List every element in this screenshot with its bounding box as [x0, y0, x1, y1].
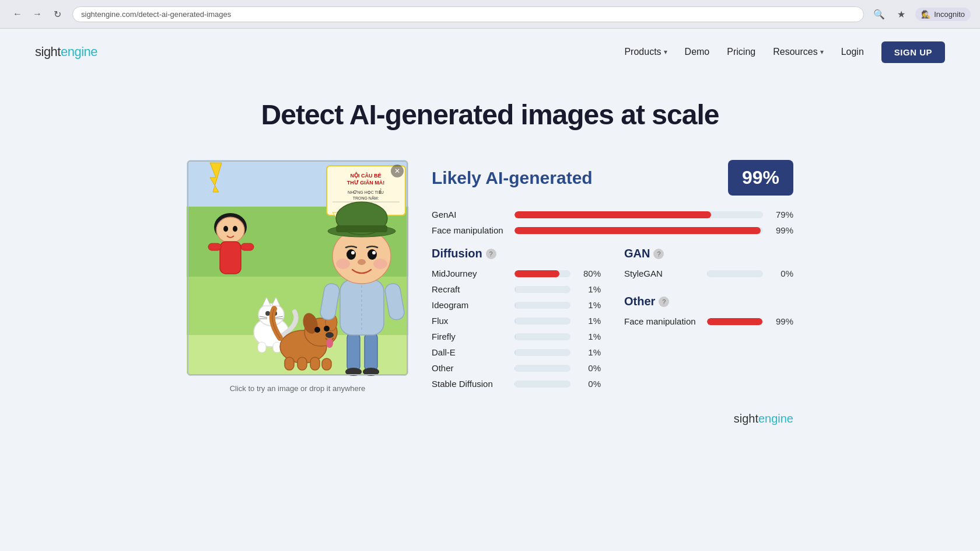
results-logo: sightengine: [734, 412, 793, 426]
top-metrics: GenAI 79% Face manipulation 99%: [432, 210, 793, 235]
metric-bar-wrap-face-manip: [514, 227, 763, 234]
svg-rect-50: [340, 280, 384, 335]
mbw-sd: [514, 381, 570, 388]
metric-row-flux: Flux 1%: [432, 316, 601, 326]
mb-other-diff: [514, 365, 515, 372]
mbw-face-manip2: [707, 318, 763, 325]
metric-row-firefly: Firefly 1%: [432, 332, 601, 341]
resources-caret: ▾: [820, 48, 824, 56]
mbw-stylegan: [707, 270, 763, 277]
svg-rect-19: [208, 243, 221, 250]
incognito-label: Incognito: [934, 10, 965, 19]
metric-pct-genai: 79%: [770, 210, 793, 219]
svg-point-17: [233, 226, 237, 232]
nav-links: Products ▾ Demo Pricing Resources ▾ Logi…: [624, 41, 945, 63]
logo[interactable]: sightengine: [35, 44, 97, 60]
other-title: Other ?: [624, 295, 793, 308]
ml-midjourney: MidJourney: [432, 268, 508, 278]
mb-flux: [514, 318, 516, 325]
gan-help-icon[interactable]: ?: [653, 249, 664, 259]
address-bar[interactable]: sightengine.com/detect-ai-generated-imag…: [72, 6, 864, 22]
metric-bar-genai: [514, 211, 711, 218]
results-footer: sightengine: [432, 412, 793, 426]
nav-demo[interactable]: Demo: [685, 47, 710, 57]
svg-rect-20: [241, 243, 254, 250]
mb-recraft: [514, 286, 516, 293]
svg-rect-42: [285, 357, 294, 370]
nav-pricing[interactable]: Pricing: [727, 47, 755, 57]
metric-row-recraft: Recraft 1%: [432, 284, 601, 294]
image-caption[interactable]: Click to try an image or drop it anywher…: [230, 384, 366, 393]
forward-button[interactable]: →: [29, 6, 46, 22]
svg-point-65: [373, 259, 387, 269]
mbw-flux: [514, 318, 570, 325]
mp-ideogram: 1%: [578, 300, 601, 310]
svg-point-63: [358, 259, 366, 265]
mp-midjourney: 80%: [578, 268, 601, 278]
other-help-icon[interactable]: ?: [659, 297, 669, 307]
url-text: sightengine.com/detect-ai-generated-imag…: [81, 10, 231, 19]
ml-stylegan: StyleGAN: [624, 268, 700, 278]
search-icon[interactable]: 🔍: [871, 6, 887, 22]
result-header: Likely AI-generated 99%: [432, 160, 793, 196]
page: sightengine Products ▾ Demo Pricing Reso…: [0, 29, 980, 542]
svg-point-64: [336, 259, 350, 269]
login-link[interactable]: Login: [841, 47, 864, 57]
metric-row-face-manip2: Face manipulation 99%: [624, 316, 793, 326]
metric-row-midjourney: MidJourney 80%: [432, 268, 601, 278]
svg-rect-18: [220, 242, 241, 274]
mbw-firefly: [514, 333, 570, 340]
nav-resources[interactable]: Resources ▾: [773, 47, 823, 57]
metric-bar-face-manip: [514, 227, 761, 234]
mb-ideogram: [514, 302, 516, 309]
back-button[interactable]: ←: [9, 6, 26, 22]
image-panel: ✕ NỘI: [187, 160, 408, 393]
mp-flux: 1%: [578, 316, 601, 326]
bookmark-icon[interactable]: ★: [893, 6, 909, 22]
metric-row-other-diff: Other 0%: [432, 363, 601, 373]
metric-row-face-manip: Face manipulation 99%: [432, 225, 793, 235]
mp-firefly: 1%: [578, 332, 601, 341]
ml-other-diff: Other: [432, 363, 508, 373]
svg-rect-46: [347, 332, 360, 372]
diffusion-section: Diffusion ? MidJourney 80% Recraft: [432, 247, 601, 395]
navbar: sightengine Products ▾ Demo Pricing Reso…: [0, 29, 980, 75]
signup-button[interactable]: SIGN UP: [881, 41, 945, 63]
svg-point-15: [216, 217, 244, 243]
metric-label-genai: GenAI: [432, 210, 508, 219]
metric-row-sd: Stable Diffusion 0%: [432, 379, 601, 389]
ml-flux: Flux: [432, 316, 508, 326]
image-container[interactable]: ✕ NỘI: [187, 160, 408, 376]
browser-right: 🔍 ★ 🕵 Incognito: [871, 6, 971, 22]
svg-text:TRONG NĂM:: TRONG NĂM:: [353, 196, 379, 200]
svg-rect-32: [258, 342, 266, 353]
nav-products[interactable]: Products ▾: [624, 47, 667, 57]
svg-rect-58: [336, 225, 387, 232]
metric-row-dalle: Dall-E 1%: [432, 347, 601, 357]
mbw-midjourney: [514, 270, 570, 277]
mb-face-manip2: [707, 318, 762, 325]
svg-point-60: [368, 249, 377, 260]
diffusion-help-icon[interactable]: ?: [486, 249, 496, 259]
diffusion-title: Diffusion ?: [432, 247, 601, 260]
results-panel: Likely AI-generated 99% GenAI 79% Face m…: [432, 160, 793, 426]
svg-rect-44: [310, 357, 320, 370]
close-icon[interactable]: ✕: [391, 165, 404, 177]
metric-row-genai: GenAI 79%: [432, 210, 793, 219]
mp-dalle: 1%: [578, 347, 601, 357]
mb-stylegan: [707, 270, 708, 277]
gan-title: GAN ?: [624, 247, 793, 260]
incognito-badge: 🕵 Incognito: [915, 8, 971, 21]
nav-buttons[interactable]: ← → ↻: [9, 6, 65, 22]
svg-point-62: [372, 251, 376, 254]
svg-point-25: [265, 311, 270, 316]
products-caret: ▾: [664, 48, 667, 56]
hero-title: Detect AI-generated images at scale: [0, 99, 980, 131]
mbw-other-diff: [514, 365, 570, 372]
svg-point-16: [223, 226, 228, 232]
comic-image: NỘI CÂU BÉ THƯ GIÃN MÀ! NHỮNG HỌC TIỂU T…: [187, 160, 408, 376]
reload-button[interactable]: ↻: [49, 6, 65, 22]
mp-face-manip2: 99%: [770, 316, 793, 326]
score-badge: 99%: [728, 160, 793, 196]
metric-row-stylegan: StyleGAN 0%: [624, 268, 793, 278]
